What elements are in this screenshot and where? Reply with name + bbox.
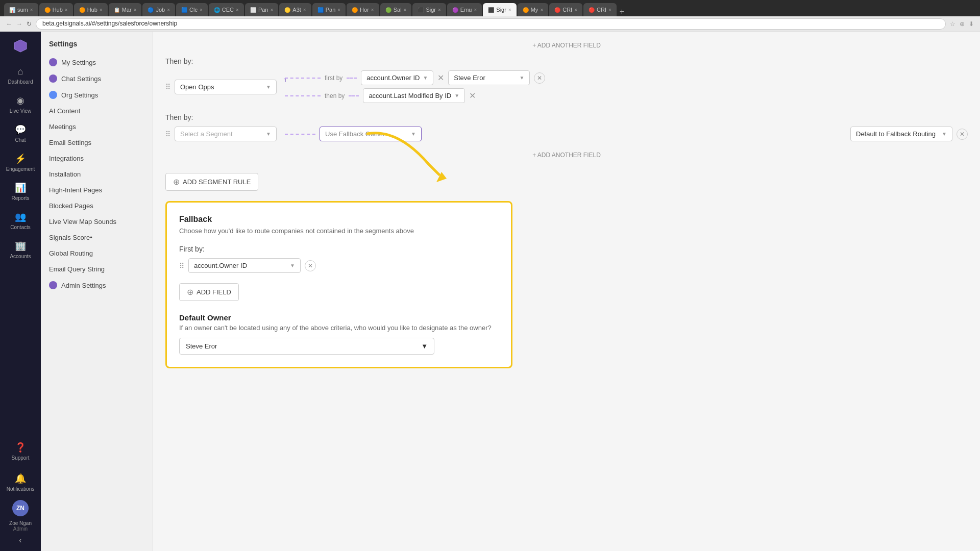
org-settings-icon (49, 91, 57, 99)
select-segment-box[interactable]: Select a Segment ▼ (175, 127, 277, 141)
sidebar-item-admin-settings[interactable]: Admin Settings (41, 277, 153, 293)
new-tab-button[interactable]: + (620, 7, 624, 16)
refresh-button[interactable]: ↻ (27, 20, 32, 28)
dashboard-icon: ⌂ (18, 66, 23, 77)
my-settings-icon (49, 58, 57, 66)
sidebar-item-chat[interactable]: 💬 Chat (3, 120, 38, 147)
forward-button[interactable]: → (16, 20, 22, 28)
steve-eror-select[interactable]: Steve Eror ▼ (448, 70, 530, 85)
browser-tab-16[interactable]: 🟠My× (518, 3, 549, 16)
segment-rule-row: ⠿ Select a Segment ▼ Use Fallback Owner … (165, 127, 968, 141)
notifications-label: Notifications (7, 486, 34, 492)
user-avatar[interactable]: ZN (12, 500, 29, 516)
sidebar-item-contacts[interactable]: 👥 Contacts (3, 207, 38, 234)
contacts-label: Contacts (10, 224, 30, 230)
my-settings-label: My Settings (61, 59, 96, 66)
blocked-pages-label: Blocked Pages (49, 202, 93, 210)
accounts-icon: 🏢 (15, 240, 26, 252)
default-owner-caret: ▼ (421, 342, 428, 350)
steve-eror-value: Steve Eror (454, 74, 485, 82)
drag-handle-2[interactable]: ⠿ (165, 130, 170, 138)
default-owner-select[interactable]: Steve Eror ▼ (179, 338, 434, 355)
use-fallback-owner-select[interactable]: Use Fallback Owner ▼ (320, 127, 422, 141)
remove-account-owner-button[interactable]: ✕ (437, 73, 444, 83)
sidebar-item-high-intent[interactable]: High-Intent Pages (41, 182, 153, 198)
browser-tab-6[interactable]: 🟦Clc× (176, 3, 208, 16)
email-settings-label: Email Settings (49, 139, 91, 146)
sidebar-item-engagement[interactable]: ⚡ Engagement (3, 149, 38, 176)
remove-steve-eror-button[interactable]: ✕ (534, 72, 545, 84)
add-segment-rule-button[interactable]: ⊕ ADD SEGMENT RULE (165, 173, 258, 191)
remove-last-modified-button[interactable]: ✕ (469, 91, 476, 101)
browser-tab-12[interactable]: 🟢Sal× (380, 3, 412, 16)
default-owner-subtitle: If an owner can't be located using any o… (179, 324, 499, 332)
browser-tab-2[interactable]: 🟠Hub× (39, 3, 73, 16)
browser-tab-9[interactable]: 🟡A3t× (279, 3, 311, 16)
account-owner-id-select-1[interactable]: account.Owner ID ▼ (361, 70, 433, 85)
default-fallback-routing-select[interactable]: Default to Fallback Routing ▼ (850, 127, 952, 141)
drag-handle-1[interactable]: ⠿ (165, 83, 170, 91)
sidebar-item-email-query[interactable]: Email Query String (41, 261, 153, 277)
sidebar-item-ai-content[interactable]: AI Content (41, 103, 153, 119)
address-bar: ← → ↻ beta.getsignals.ai/#/settings/sale… (0, 16, 980, 32)
add-field-button[interactable]: ⊕ ADD FIELD (179, 283, 239, 301)
fallback-account-owner-select[interactable]: account.Owner ID ▼ (188, 258, 301, 273)
sidebar-item-email-settings[interactable]: Email Settings (41, 135, 153, 151)
browser-tab-1[interactable]: 📊sum× (4, 3, 38, 16)
admin-settings-icon (49, 281, 57, 289)
browser-tab-5[interactable]: 🔵Job× (142, 3, 175, 16)
remove-segment-rule-button[interactable]: ✕ (957, 129, 968, 140)
add-another-field-top[interactable]: + ADD ANOTHER FIELD (165, 42, 968, 49)
sidebar-title: Settings (41, 40, 153, 54)
sidebar-item-chat-settings[interactable]: Chat Settings (41, 70, 153, 87)
tab-strip: 📊sum× 🟠Hub× 🟠Hub× 📋Mar× 🔵Job× 🟦Clc× 🌐CEC… (0, 0, 980, 16)
browser-tab-11[interactable]: 🟠Hor× (347, 3, 379, 16)
engagement-label: Engagement (6, 166, 35, 172)
account-last-modified-select[interactable]: account.Last Modified By ID ▼ (363, 88, 465, 103)
accounts-label: Accounts (10, 254, 31, 259)
browser-tab-3[interactable]: 🟠Hub× (74, 3, 108, 16)
sidebar-item-blocked-pages[interactable]: Blocked Pages (41, 198, 153, 214)
browser-tab-13[interactable]: ⬛Sigr× (412, 3, 446, 16)
sidebar-item-meetings[interactable]: Meetings (41, 119, 153, 135)
sidebar-item-signals-score[interactable]: Signals Score• (41, 230, 153, 245)
sidebar-item-global-routing[interactable]: Global Routing (41, 245, 153, 261)
add-field-label: ADD FIELD (197, 288, 231, 296)
fallback-remove-field-button[interactable]: ✕ (305, 260, 316, 271)
browser-tab-10[interactable]: 🟦Pan× (312, 3, 346, 16)
browser-tab-18[interactable]: 🔴CRI× (583, 3, 617, 16)
sidebar-item-integrations[interactable]: Integrations (41, 151, 153, 166)
add-segment-label: ADD SEGMENT RULE (183, 178, 251, 186)
extensions-icon[interactable]: ⊕ (960, 20, 965, 28)
account-last-modified-caret: ▼ (454, 93, 459, 98)
browser-tab-7[interactable]: 🌐CEC× (209, 3, 244, 16)
download-icon[interactable]: ⬇ (969, 20, 974, 28)
live-view-icon: ◉ (16, 95, 24, 106)
sidebar-item-support[interactable]: ❓ Support (3, 438, 38, 465)
fallback-drag-handle[interactable]: ⠿ (179, 262, 184, 270)
sidebar-item-dashboard[interactable]: ⌂ Dashboard (3, 62, 38, 89)
browser-tab-8[interactable]: ⬜Pan× (245, 3, 278, 16)
open-opps-select[interactable]: Open Opps ▼ (175, 80, 277, 94)
collapse-nav-button[interactable]: ‹ (19, 536, 21, 545)
sidebar-item-live-view[interactable]: ◉ Live View (3, 91, 38, 118)
sidebar-item-notifications[interactable]: 🔔 Notifications (3, 469, 38, 496)
sidebar-item-my-settings[interactable]: My Settings (41, 54, 153, 70)
browser-tab-14[interactable]: 🟣Emu× (447, 3, 482, 16)
browser-tab-15[interactable]: ⬛Sigr× (483, 3, 516, 16)
browser-tab-17[interactable]: 🔴CRI× (549, 3, 582, 16)
sidebar-item-live-view-map[interactable]: Live View Map Sounds (41, 214, 153, 230)
installation-label: Installation (49, 170, 81, 178)
browser-tab-4[interactable]: 📋Mar× (109, 3, 142, 16)
select-segment-placeholder: Select a Segment (180, 130, 233, 138)
bookmark-icon[interactable]: ☆ (950, 20, 955, 28)
sidebar-item-installation[interactable]: Installation (41, 166, 153, 182)
url-input[interactable]: beta.getsignals.ai/#/settings/salesforce… (36, 18, 946, 30)
fallback-section: Fallback Choose how you'd like to route … (165, 201, 512, 368)
sidebar-item-accounts[interactable]: 🏢 Accounts (3, 236, 38, 263)
add-another-field-bottom[interactable]: + ADD ANOTHER FIELD (165, 152, 968, 159)
sidebar-item-org-settings[interactable]: Org Settings (41, 87, 153, 103)
live-view-label: Live View (10, 108, 32, 114)
sidebar-item-reports[interactable]: 📊 Reports (3, 178, 38, 205)
back-button[interactable]: ← (6, 20, 12, 28)
